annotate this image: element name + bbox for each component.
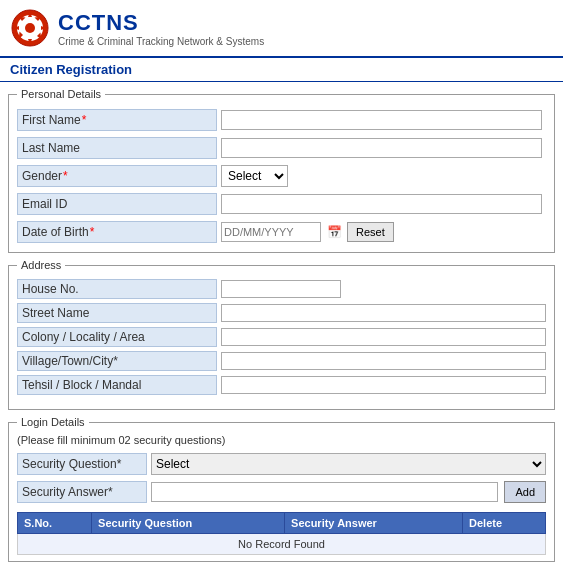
email-input[interactable] xyxy=(221,194,542,214)
app-title: CCTNS xyxy=(58,10,264,36)
security-table-header-row: S.No. Security Question Security Answer … xyxy=(18,513,546,534)
house-no-input[interactable] xyxy=(221,280,341,298)
add-button[interactable]: Add xyxy=(504,481,546,503)
tehsil-label: Tehsil / Block / Mandal xyxy=(17,375,217,395)
address-legend: Address xyxy=(17,259,65,271)
gender-field: Select Male Female Other xyxy=(217,165,546,187)
street-name-label: Street Name xyxy=(17,303,217,323)
email-row: Email ID xyxy=(17,190,546,218)
last-name-input[interactable] xyxy=(221,138,542,158)
personal-details-legend: Personal Details xyxy=(17,88,105,100)
security-table-head: S.No. Security Question Security Answer … xyxy=(18,513,546,534)
security-note: (Please fill minimum 02 security questio… xyxy=(17,434,546,446)
col-sno: S.No. xyxy=(18,513,92,534)
security-answer-row: Security Answer* Add xyxy=(17,478,546,506)
header: CCTNS Crime & Criminal Tracking Network … xyxy=(0,0,563,58)
empty-message: No Record Found xyxy=(18,534,546,555)
security-table-body: No Record Found xyxy=(18,534,546,555)
email-label: Email ID xyxy=(17,193,217,215)
security-question-row: Security Question* Select xyxy=(17,450,546,478)
house-no-label: House No. xyxy=(17,279,217,299)
street-name-input[interactable] xyxy=(221,304,546,322)
personal-details-section: Personal Details First Name* Last Name G… xyxy=(8,88,555,253)
village-row: Village/Town/City * xyxy=(17,349,546,373)
col-delete: Delete xyxy=(463,513,546,534)
email-field-container xyxy=(217,194,546,214)
col-answer: Security Answer xyxy=(285,513,463,534)
colony-label: Colony / Locality / Area xyxy=(17,327,217,347)
security-question-label: Security Question* xyxy=(17,453,147,475)
reset-button[interactable]: Reset xyxy=(347,222,394,242)
address-section: Address House No. Street Name Colony / L… xyxy=(8,259,555,410)
login-details-section: Login Details (Please fill minimum 02 se… xyxy=(8,416,555,562)
header-text: CCTNS Crime & Criminal Tracking Network … xyxy=(58,10,264,47)
security-answer-label: Security Answer* xyxy=(17,481,147,503)
colony-row: Colony / Locality / Area xyxy=(17,325,546,349)
gender-select[interactable]: Select Male Female Other xyxy=(221,165,288,187)
village-input[interactable] xyxy=(221,352,546,370)
first-name-input[interactable] xyxy=(221,110,542,130)
house-no-row: House No. xyxy=(17,277,546,301)
col-question: Security Question xyxy=(92,513,285,534)
security-question-select[interactable]: Select xyxy=(151,453,546,475)
village-label: Village/Town/City * xyxy=(17,351,217,371)
cctns-logo-icon xyxy=(10,8,50,48)
dob-label: Date of Birth * xyxy=(17,221,217,243)
first-name-label: First Name* xyxy=(17,109,217,131)
colony-input[interactable] xyxy=(221,328,546,346)
page-title: Citizen Registration xyxy=(0,58,563,82)
table-row: No Record Found xyxy=(18,534,546,555)
gender-row: Gender* Select Male Female Other xyxy=(17,162,546,190)
security-table: S.No. Security Question Security Answer … xyxy=(17,512,546,555)
dob-input[interactable] xyxy=(221,222,321,242)
login-details-legend: Login Details xyxy=(17,416,89,428)
street-name-row: Street Name xyxy=(17,301,546,325)
first-name-row: First Name* xyxy=(17,106,546,134)
tehsil-row: Tehsil / Block / Mandal xyxy=(17,373,546,397)
last-name-label: Last Name xyxy=(17,137,217,159)
last-name-row: Last Name xyxy=(17,134,546,162)
dob-row: Date of Birth * 📅 Reset xyxy=(17,218,546,246)
svg-point-2 xyxy=(25,23,35,33)
calendar-icon[interactable]: 📅 xyxy=(325,223,343,241)
first-name-field xyxy=(217,110,546,130)
gender-label: Gender* xyxy=(17,165,217,187)
dob-controls: 📅 Reset xyxy=(221,222,542,242)
dob-field-container: 📅 Reset xyxy=(217,222,546,242)
content-area: Personal Details First Name* Last Name G… xyxy=(0,82,563,567)
tehsil-input[interactable] xyxy=(221,376,546,394)
security-answer-input[interactable] xyxy=(151,482,498,502)
app-subtitle: Crime & Criminal Tracking Network & Syst… xyxy=(58,36,264,47)
last-name-field xyxy=(217,138,546,158)
